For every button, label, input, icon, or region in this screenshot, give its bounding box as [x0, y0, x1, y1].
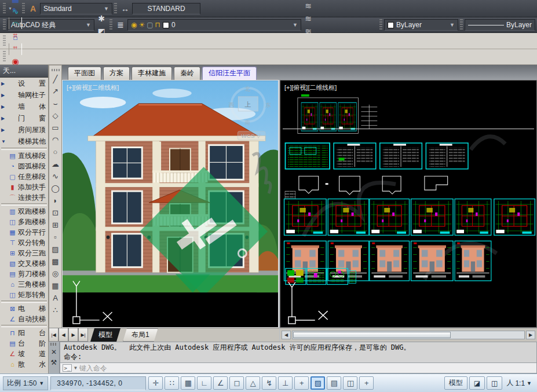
grid-snap-toggle[interactable]: ∷: [165, 376, 179, 390]
draw-circle-icon[interactable]: ○: [50, 146, 61, 158]
scroll-left-icon[interactable]: ◀: [282, 331, 291, 339]
horizontal-scrollbar[interactable]: ◀ ▶: [280, 328, 537, 342]
last-tab-icon[interactable]: ▶|: [78, 328, 88, 342]
grid-window-icon[interactable]: ▦: [8, 0, 23, 5]
toolbar-grip[interactable]: [3, 35, 6, 47]
draw-ellipse-icon[interactable]: ◯: [50, 182, 61, 195]
sidebar-item-triangle-stair[interactable]: ⌂ 三角楼梯: [0, 279, 48, 290]
toolbar-grip[interactable]: [379, 19, 382, 31]
tab-model[interactable]: 模型: [90, 328, 120, 342]
draw-spline-icon[interactable]: ∿: [50, 170, 61, 182]
dim-style-select[interactable]: STANDARD: [132, 3, 200, 14]
command-input[interactable]: [79, 364, 534, 372]
draw-hatch-icon[interactable]: ▨: [50, 243, 61, 255]
tab-lilin-construction[interactable]: 李林建施: [131, 67, 172, 80]
prev-tab-icon[interactable]: ◀: [59, 328, 68, 342]
scrollbar-track[interactable]: [292, 331, 525, 339]
osnap-toggle[interactable]: ◻: [229, 376, 244, 390]
layer-unlock-icon[interactable]: ⊓: [155, 21, 160, 29]
dome-icon[interactable]: ◠: [8, 18, 23, 31]
sidebar-item-arc-stair[interactable]: ◔ 圆弧梯段: [0, 161, 48, 171]
snap-toggle[interactable]: ✛: [148, 376, 163, 390]
dynamic-ucs-toggle[interactable]: ⊥: [278, 376, 293, 390]
draw-revcloud-icon[interactable]: ☁: [50, 158, 61, 170]
close-icon[interactable]: ✕: [51, 348, 57, 356]
sidebar-item-apron[interactable]: ⌂ 散 水: [0, 359, 48, 369]
sidebar-item-double-corner[interactable]: ⊤ 双分转角: [0, 237, 48, 248]
layer-states-icon[interactable]: ≋: [302, 12, 315, 25]
annotation-scale-select[interactable]: 人 1:1 ▼: [504, 376, 534, 390]
draw-point-icon[interactable]: ▫: [50, 231, 61, 243]
toolbar-grip[interactable]: [460, 19, 463, 31]
insert-block-icon[interactable]: ⊡: [50, 207, 61, 219]
sidebar-group-axis-column[interactable]: ▶ 轴网柱子: [0, 89, 48, 101]
layout-preview-icon[interactable]: ◪: [469, 376, 485, 390]
draw-xline-icon[interactable]: ↗: [50, 85, 61, 97]
layer-properties-manager-icon[interactable]: ≣: [114, 19, 127, 31]
scroll-right-icon[interactable]: ▶: [526, 331, 535, 339]
sidebar-item-balcony[interactable]: ⊓ 阳 台: [0, 328, 48, 338]
viewport-right-drawings[interactable]: [+][俯视][二维线框]: [280, 80, 537, 328]
sidebar-group-door-window[interactable]: ▶ 门 窗: [0, 112, 48, 124]
screen-menu-title[interactable]: 天...: [0, 65, 48, 78]
command-history[interactable]: Autodesk DWG。 此文件上次由 Autodesk 应用程序或 Auto…: [60, 342, 537, 362]
sidebar-item-straight-stair[interactable]: ▤ 直线梯段: [0, 151, 48, 161]
quick-view-layouts-icon[interactable]: ◫: [487, 376, 502, 390]
draw-gradient-icon[interactable]: ▩: [50, 255, 61, 268]
scrollbar-thumb[interactable]: [293, 332, 451, 338]
sidebar-item-steps[interactable]: ▤ 台 阶: [0, 338, 48, 349]
tab-plan-drawing[interactable]: 平面图: [68, 67, 101, 80]
sidebar-item-double-three-run[interactable]: ⊞ 双分三跑: [0, 248, 48, 258]
layer-previous-icon[interactable]: ≋: [302, 0, 315, 12]
add-selected-icon[interactable]: ∴: [50, 304, 61, 316]
next-tab-icon[interactable]: ▶: [68, 328, 78, 342]
layer-vp-freeze-icon[interactable]: ▢: [147, 21, 153, 29]
draw-mtext-icon[interactable]: A: [50, 292, 61, 304]
tab-scheme[interactable]: 方案: [103, 67, 130, 80]
polar-toggle[interactable]: ∠: [213, 376, 228, 390]
dynamic-input-toggle[interactable]: +: [294, 376, 309, 390]
workspace-settings-icon[interactable]: ✱: [95, 12, 108, 25]
coordinates-readout[interactable]: 334970, -134452, 0: [50, 376, 146, 390]
tab-layout1[interactable]: 布局1: [123, 328, 158, 342]
tab-qinling[interactable]: 秦岭: [174, 67, 200, 80]
wrench-icon[interactable]: ⚒: [51, 358, 57, 367]
draw-table-icon[interactable]: ▦: [50, 280, 61, 292]
workspace-plus-toggle[interactable]: +: [359, 376, 374, 390]
sidebar-group-stairs-other[interactable]: ▼ 楼梯其他: [0, 135, 48, 147]
wave-line-icon[interactable]: ∿: [8, 5, 23, 18]
sidebar-group-settings[interactable]: ▶ 设 置: [0, 78, 48, 89]
draw-ellipse-arc-icon[interactable]: ◗: [50, 195, 61, 207]
quick-properties-toggle[interactable]: ▤: [327, 376, 341, 390]
draw-region-icon[interactable]: ◎: [50, 268, 61, 280]
draw-arc-icon[interactable]: ◠: [50, 134, 61, 146]
draw-polygon-icon[interactable]: ◇: [50, 109, 61, 122]
selection-cycling-toggle[interactable]: ◫: [343, 376, 357, 390]
dim-style-icon[interactable]: ↔: [119, 2, 131, 15]
osnap-3d-toggle[interactable]: △: [246, 376, 260, 390]
command-grip[interactable]: [50, 343, 57, 346]
sidebar-item-escalator[interactable]: ∠ 自动扶梯: [0, 314, 48, 324]
sidebar-group-room-roof[interactable]: ▶ 房间屋顶: [0, 124, 48, 135]
toolbar-grip[interactable]: [3, 3, 6, 14]
first-tab-icon[interactable]: |◀: [49, 328, 59, 342]
command-prompt-icon[interactable]: >_: [63, 364, 72, 372]
linetype-select[interactable]: ByLayer: [465, 19, 535, 31]
scale-select[interactable]: 比例1:50▼: [3, 376, 48, 390]
sidebar-item-cross-stair[interactable]: ▧ 交叉楼梯: [0, 258, 48, 269]
ortho-toggle[interactable]: ∟: [197, 376, 211, 390]
sidebar-item-ramp[interactable]: ∠ 坡 道: [0, 349, 48, 359]
transparency-toggle[interactable]: ▨: [310, 376, 325, 390]
text-style-icon[interactable]: A: [27, 2, 39, 15]
toolbar-grip[interactable]: [3, 19, 6, 31]
sidebar-item-multi-run-stair[interactable]: ◫ 多跑楼梯: [0, 217, 48, 227]
sidebar-item-double-parallel[interactable]: ▦ 双分平行: [0, 227, 48, 237]
sidebar-item-scissor-stair[interactable]: ▤ 剪刀楼梯: [0, 269, 48, 279]
tab-xinyang-wangsheng-plan[interactable]: 信阳汪生平面: [202, 67, 257, 80]
make-block-icon[interactable]: ⊞: [50, 219, 61, 231]
sidebar-item-add-handrail[interactable]: ▮ 添加扶手: [0, 182, 48, 192]
sidebar-item-join-handrail[interactable]: ⌒ 连接扶手: [0, 192, 48, 203]
house-tool-icon[interactable]: ⌂: [8, 31, 23, 43]
draw-line-icon[interactable]: ╱: [50, 73, 61, 85]
grid-display-toggle[interactable]: ▦: [181, 376, 195, 390]
